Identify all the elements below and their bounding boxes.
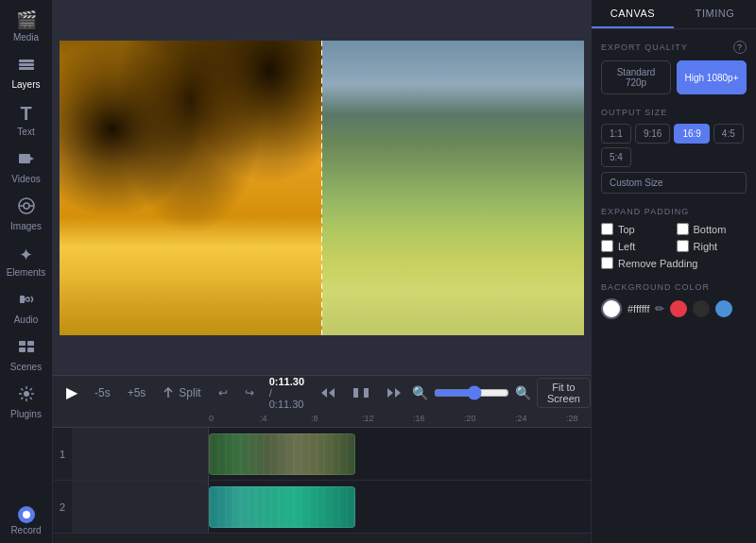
size-1x1-button[interactable]: 1:1 <box>601 124 631 144</box>
export-quality-label: EXPORT QUALITY ? <box>601 41 747 54</box>
layers-icon <box>18 56 35 77</box>
text-icon: T <box>20 103 31 125</box>
fit-to-screen-button[interactable]: Fit to Screen <box>537 378 591 408</box>
canvas-left-clip <box>60 41 322 335</box>
padding-top-check[interactable]: Top <box>601 223 672 235</box>
sidebar-item-images[interactable]: Images <box>3 192 50 237</box>
media-icon: 🎬 <box>16 9 37 30</box>
sidebar-item-layers[interactable]: Layers <box>3 50 50 95</box>
speed-left-button[interactable] <box>316 384 342 401</box>
color-dot-blue[interactable] <box>715 300 732 317</box>
track-clip-1[interactable] <box>209 433 355 475</box>
svg-rect-9 <box>20 296 25 303</box>
canvas-right-image <box>322 41 585 335</box>
sidebar-item-label: Videos <box>11 174 40 184</box>
track-clip-2[interactable] <box>209 486 355 528</box>
svg-rect-13 <box>27 348 34 352</box>
play-button[interactable]: ▶ <box>60 380 83 405</box>
color-dot-dark[interactable] <box>693 300 710 317</box>
skip-back-button[interactable]: -5s <box>89 382 116 403</box>
svg-marker-20 <box>395 388 401 398</box>
sidebar-item-audio[interactable]: Audio <box>3 285 50 331</box>
export-quality-section: EXPORT QUALITY ? Standard 720p High 1080… <box>601 41 747 94</box>
svg-marker-15 <box>321 388 327 398</box>
svg-rect-10 <box>19 341 26 346</box>
sidebar-item-label: Media <box>13 32 39 42</box>
svg-rect-2 <box>19 67 34 70</box>
sidebar-item-scenes[interactable]: Scenes <box>3 332 50 378</box>
speed-center-button[interactable] <box>348 384 374 401</box>
padding-top-checkbox[interactable] <box>601 223 613 235</box>
padding-right-check[interactable]: Right <box>677 240 747 252</box>
sidebar-item-media[interactable]: 🎬 Media <box>3 4 50 48</box>
background-color-section: BACKGROUND COLOR #ffffff ✏ <box>601 282 747 319</box>
padding-bottom-checkbox[interactable] <box>677 223 689 235</box>
timeline-ruler: 0 :4 :8 :12 :16 :20 :24 :28 :32 :36 :40 … <box>53 409 591 428</box>
padding-right-checkbox[interactable] <box>677 240 689 252</box>
sidebar-item-label: Record <box>10 525 41 535</box>
track-content-1[interactable] <box>209 428 591 480</box>
quality-standard-button[interactable]: Standard 720p <box>601 60 671 94</box>
ruler-marks: 0 :4 :8 :12 :16 :20 :24 :28 :32 :36 :40 … <box>209 414 591 423</box>
color-dot-red[interactable] <box>670 300 687 317</box>
speed-right-button[interactable] <box>380 384 406 401</box>
redo-button[interactable]: ↪ <box>239 382 260 403</box>
sidebar-item-plugins[interactable]: Plugins <box>3 380 50 425</box>
remove-padding-checkbox[interactable] <box>601 257 613 269</box>
split-button[interactable]: Split <box>157 382 206 403</box>
sidebar-item-label: Elements <box>7 267 46 278</box>
track-row-2: 2 <box>53 481 591 534</box>
sidebar-item-label: Layers <box>11 79 40 90</box>
split-label: Split <box>179 386 200 399</box>
ruler-mark: :4 <box>260 414 311 423</box>
zoom-out-icon: 🔍 <box>412 385 428 400</box>
sidebar-item-text[interactable]: T Text <box>3 97 50 143</box>
right-panel: CANVAS TIMING EXPORT QUALITY ? Standard … <box>591 0 756 543</box>
remove-padding-check[interactable]: Remove Padding <box>601 257 747 269</box>
color-edit-icon[interactable]: ✏ <box>655 302 664 315</box>
timeline-toolbar: ▶ -5s +5s Split ↩ ↪ 0:11.30 / 0:11.30 <box>53 375 591 409</box>
svg-marker-4 <box>30 157 34 161</box>
track-controls-2 <box>72 481 209 533</box>
zoom-slider[interactable] <box>434 385 509 400</box>
track-label-1: 1 <box>53 428 72 480</box>
tab-timing[interactable]: TIMING <box>674 0 756 28</box>
size-16x9-button[interactable]: 16:9 <box>674 124 709 144</box>
canvas-right-clip <box>322 41 585 335</box>
svg-rect-0 <box>19 59 34 62</box>
svg-rect-12 <box>19 348 26 352</box>
undo-button[interactable]: ↩ <box>213 382 233 403</box>
padding-left-check[interactable]: Left <box>601 240 672 252</box>
plugins-icon <box>18 385 35 407</box>
padding-bottom-check[interactable]: Bottom <box>677 223 747 235</box>
expand-padding-section: EXPAND PADDING Top Bottom Left Right <box>601 207 747 269</box>
size-5x4-button[interactable]: 5:4 <box>601 147 631 167</box>
tab-canvas[interactable]: CANVAS <box>592 0 674 28</box>
elements-icon: ✦ <box>19 245 33 265</box>
sidebar-item-record[interactable]: Record <box>3 501 50 541</box>
sidebar-item-label: Plugins <box>10 409 42 419</box>
canvas-frame[interactable] <box>60 41 584 335</box>
size-9x16-button[interactable]: 9:16 <box>635 124 670 144</box>
svg-marker-19 <box>387 388 393 398</box>
sidebar-item-elements[interactable]: ✦ Elements <box>3 239 50 283</box>
export-quality-info-icon[interactable]: ? <box>733 41 747 54</box>
custom-size-button[interactable]: Custom Size <box>601 172 747 194</box>
skip-fwd-button[interactable]: +5s <box>122 382 152 403</box>
quality-buttons: Standard 720p High 1080p+ <box>601 60 747 94</box>
timeline-tracks: 1 2 <box>53 428 591 543</box>
ruler-mark: :16 <box>413 414 464 423</box>
track-content-2[interactable] <box>209 481 591 533</box>
track-row-1: 1 <box>53 428 591 481</box>
padding-left-checkbox[interactable] <box>601 240 613 252</box>
sidebar-item-videos[interactable]: Videos <box>3 144 50 190</box>
expand-padding-label: EXPAND PADDING <box>601 207 747 216</box>
track-label-2: 2 <box>53 481 72 533</box>
size-4x5-button[interactable]: 4:5 <box>713 124 744 144</box>
current-time: 0:11.30 <box>269 376 304 387</box>
white-color-swatch[interactable] <box>601 298 622 319</box>
output-size-section: OUTPUT SIZE 1:1 9:16 16:9 4:5 5:4 <box>601 108 747 194</box>
quality-high-button[interactable]: High 1080p+ <box>677 60 747 94</box>
scenes-icon <box>18 338 35 360</box>
ruler-mark: :8 <box>311 414 362 423</box>
